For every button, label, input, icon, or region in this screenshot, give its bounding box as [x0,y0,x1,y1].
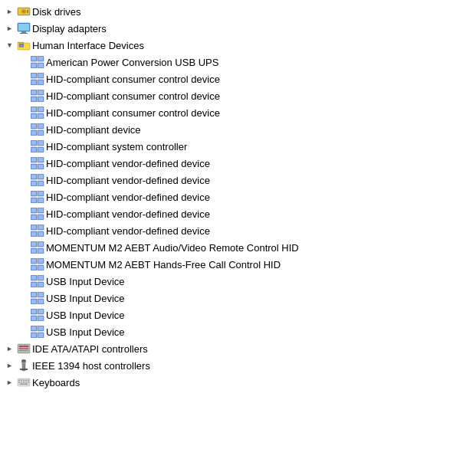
tree-item-hid-vendor-1[interactable]: HID-compliant vendor-defined device [0,155,476,172]
svg-rect-137 [31,300,36,303]
tree-item-label: HID-compliant vendor-defined device [46,192,210,203]
tree-item-display-adapters[interactable]: Display adapters [0,20,476,37]
svg-rect-39 [31,90,36,94]
tree-item-hid-system-controller[interactable]: HID-compliant system controller [0,138,476,155]
tree-item-ieee-1394[interactable]: IEEE 1394 host controllers [0,357,476,374]
tree-item-label: IEEE 1394 host controllers [32,360,150,372]
svg-rect-138 [38,300,43,303]
svg-rect-96 [38,208,43,212]
tree-item-momentum-m2-hf[interactable]: MOMENTUM M2 AEBT Hands-Free Call Control… [0,256,476,273]
tree-item-disk-drives[interactable]: Disk drives [0,3,476,20]
svg-rect-159 [19,348,28,349]
svg-marker-0 [7,9,11,13]
hid-icon [31,208,44,220]
hid-icon [31,90,44,102]
tree-item-human-interface-devices[interactable]: Human Interface Devices [0,37,476,54]
svg-rect-23 [31,57,36,61]
svg-rect-111 [31,242,36,246]
tree-item-hid-consumer-3[interactable]: HID-compliant consumer control device [0,104,476,121]
expand-none [17,56,29,68]
svg-rect-25 [31,64,36,67]
svg-rect-88 [38,192,43,195]
svg-rect-90 [38,198,43,202]
hid-icon [31,241,44,254]
tree-item-keyboards[interactable]: Keyboards [0,374,476,391]
expand-none [17,292,29,304]
svg-rect-10 [20,33,28,34]
hid-icon [31,225,44,237]
tree-item-hid-vendor-3[interactable]: HID-compliant vendor-defined device [0,188,476,205]
svg-rect-121 [31,266,36,270]
tree-item-ide-ata[interactable]: IDE ATA/ATAPI controllers [0,340,476,357]
expand-collapsed-icon[interactable] [3,5,15,18]
disk-icon [17,5,31,18]
tree-item-usb-input-3[interactable]: USB Input Device [0,306,476,323]
svg-rect-97 [31,215,36,219]
expand-none [17,225,29,237]
svg-rect-106 [38,232,43,236]
tree-item-usb-input-1[interactable]: USB Input Device [0,273,476,290]
svg-rect-31 [31,74,36,77]
tree-item-apc-usb-ups[interactable]: American Power Conversion USB UPS [0,54,476,70]
svg-rect-48 [38,107,43,111]
svg-rect-98 [38,215,43,219]
tree-item-usb-input-2[interactable]: USB Input Device [0,290,476,306]
tree-item-label: USB Input Device [46,276,125,287]
hid-icon [31,275,44,287]
expand-none [17,90,29,102]
tree-item-hid-consumer-2[interactable]: HID-compliant consumer control device [0,87,476,104]
tree-item-hid-vendor-2[interactable]: HID-compliant vendor-defined device [0,172,476,188]
expand-none [17,258,29,270]
hid-icon [31,157,44,169]
expand-collapsed-icon[interactable] [3,22,15,34]
hid-icon [31,326,44,338]
svg-rect-114 [38,249,43,253]
expand-collapsed-icon[interactable] [3,376,15,388]
svg-rect-80 [38,175,43,179]
hid-icon [31,309,44,321]
expand-none [17,241,29,254]
svg-rect-34 [38,80,43,84]
tree-item-label: HID-compliant consumer control device [46,90,220,102]
ieee-icon [17,359,31,372]
svg-rect-79 [31,175,36,179]
svg-rect-82 [38,182,43,185]
expand-none [17,208,29,220]
svg-rect-153 [31,333,36,337]
svg-rect-9 [21,31,26,33]
svg-rect-71 [31,158,36,162]
tree-item-usb-input-4[interactable]: USB Input Device [0,323,476,340]
tree-item-label: IDE ATA/ATAPI controllers [32,343,148,355]
hid-icon [31,56,44,68]
svg-rect-136 [38,293,43,297]
tree-item-momentum-m2-av[interactable]: MOMENTUM M2 AEBT Audio/Video Remote Cont… [0,239,476,256]
expand-expanded-icon[interactable] [3,39,15,51]
svg-rect-175 [23,382,25,383]
tree-item-label: HID-compliant vendor-defined device [46,225,210,237]
svg-rect-171 [25,380,27,382]
svg-rect-5 [27,10,28,13]
svg-rect-65 [31,148,36,152]
tree-item-hid-vendor-4[interactable]: HID-compliant vendor-defined device [0,205,476,222]
svg-rect-152 [38,326,43,330]
tree-item-hid-device[interactable]: HID-compliant device [0,121,476,138]
svg-rect-72 [38,158,43,162]
expand-none [17,326,29,338]
svg-rect-104 [38,225,43,229]
tree-item-hid-vendor-5[interactable]: HID-compliant vendor-defined device [0,222,476,239]
svg-rect-17 [19,46,21,48]
expand-none [17,123,29,136]
svg-rect-55 [31,124,36,128]
svg-rect-18 [21,46,24,48]
svg-rect-113 [31,249,36,253]
expand-collapsed-icon[interactable] [3,359,15,372]
svg-rect-151 [31,326,36,330]
svg-rect-57 [31,131,36,135]
svg-rect-129 [31,283,36,287]
tree-item-label: HID-compliant consumer control device [46,107,220,119]
expand-collapsed-icon[interactable] [3,343,15,355]
svg-rect-74 [38,165,43,169]
tree-item-hid-consumer-1[interactable]: HID-compliant consumer control device [0,70,476,87]
svg-rect-144 [38,310,43,313]
svg-rect-41 [31,97,36,101]
